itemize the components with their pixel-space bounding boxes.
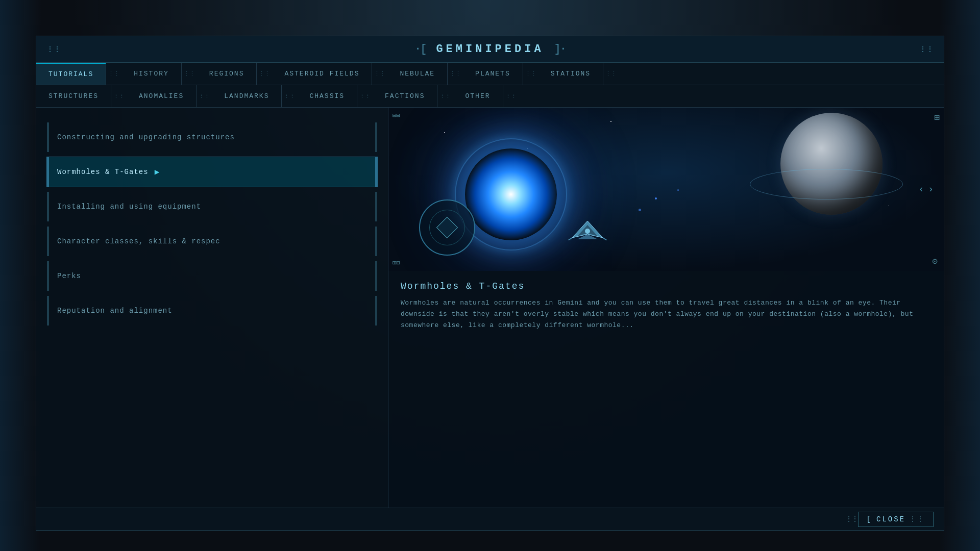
sep-2: ⋮⋮ (182, 70, 197, 77)
next-image-button[interactable]: › (928, 184, 934, 194)
title-dots-right: ⋮⋮ (919, 45, 934, 54)
detail-description: Wormholes are natural occurrences in Gem… (401, 297, 932, 331)
svg-point-3 (585, 229, 590, 234)
right-panel: ⊟⊟ ⊞ ‹ › ⊞⊞ ⊙ Wormholes & T-Gates Wormho… (388, 108, 944, 508)
active-arrow-icon: ▶ (155, 167, 160, 177)
radar-diamond (436, 217, 458, 238)
title-bracket-right: ]· (554, 43, 566, 56)
corner-top-right-icon: ⊞ (934, 112, 940, 123)
title-bar: ⋮⋮ ·[ GEMINIPEDIA ]· ⋮⋮ (36, 36, 944, 63)
title-dots-left: ⋮⋮ (46, 45, 61, 54)
particle-3 (639, 209, 641, 211)
main-window: ⋮⋮ ·[ GEMINIPEDIA ]· ⋮⋮ TUTORIALS ⋮⋮ HIS… (36, 36, 944, 531)
sep-5: ⋮⋮ (448, 70, 463, 77)
sep-7: ⋮⋮ (603, 70, 619, 77)
bg-side-right (939, 0, 980, 551)
tab-anomalies[interactable]: ANOMALIES (127, 85, 197, 107)
detail-title: Wormholes & T-Gates (401, 281, 932, 291)
sep-6: ⋮⋮ (523, 70, 538, 77)
tab-landmarks[interactable]: LANDMARKS (212, 85, 282, 107)
particle-1 (655, 197, 657, 199)
sep-r2-4: ⋮⋮ (357, 93, 373, 99)
tab-factions[interactable]: FACTIONS (373, 85, 437, 107)
list-item-equipment[interactable]: Installing and using equipment (46, 191, 378, 222)
bg-side-left (0, 0, 41, 551)
prev-image-button[interactable]: ‹ (918, 184, 924, 194)
list-item-constructing[interactable]: Constructing and upgrading structures (46, 122, 378, 153)
image-nav-arrows: ‹ › (918, 184, 934, 194)
space-scene (388, 108, 944, 271)
description-area: Wormholes & T-Gates Wormholes are natura… (388, 271, 944, 508)
app-title: GEMINIPEDIA (436, 43, 544, 56)
spaceship-object (567, 220, 608, 240)
orbital-ring (750, 169, 903, 199)
close-button[interactable]: [ CLOSE ⋮⋮ (858, 512, 934, 527)
left-panel: Constructing and upgrading structures Wo… (36, 108, 388, 508)
fullscreen-button[interactable]: ⊙ (932, 256, 938, 267)
sep-4: ⋮⋮ (372, 70, 387, 77)
nav-row-2: STRUCTURES ⋮⋮ ANOMALIES ⋮⋮ LANDMARKS ⋮⋮ … (36, 85, 944, 108)
tab-stations[interactable]: STATIONS (538, 63, 603, 85)
radar-circle (419, 199, 475, 256)
tab-tutorials[interactable]: TUTORIALS (36, 63, 106, 85)
bottom-dots-left: ⋮⋮ (846, 515, 858, 523)
tab-other[interactable]: OTHER (453, 85, 503, 107)
close-label: CLOSE (876, 515, 905, 523)
sep-3: ⋮⋮ (257, 70, 272, 77)
tab-history[interactable]: HISTORY (121, 63, 182, 85)
bottom-left-icon: ⊞⊞ (393, 259, 400, 267)
planet-object (780, 113, 883, 215)
tab-regions[interactable]: REGIONS (197, 63, 257, 85)
list-item-classes[interactable]: Character classes, skills & respec (46, 226, 378, 257)
svg-line-5 (603, 238, 607, 240)
sep-1: ⋮⋮ (106, 70, 121, 77)
content-area: Constructing and upgrading structures Wo… (36, 108, 944, 508)
particle-2 (677, 189, 679, 191)
list-item-perks[interactable]: Perks (46, 261, 378, 291)
sep-r2-6: ⋮⋮ (503, 93, 519, 99)
list-item-wormholes[interactable]: Wormholes & T-Gates ▶ (46, 157, 378, 187)
tab-structures[interactable]: STRUCTURES (36, 85, 111, 107)
sep-r2-1: ⋮⋮ (111, 93, 127, 99)
radar-inner (429, 210, 465, 245)
corner-top-left-icon: ⊟⊟ (393, 112, 400, 119)
wormhole-glow (465, 148, 557, 240)
close-bracket-left: [ (867, 515, 872, 523)
detail-image: ⊟⊟ ⊞ ‹ › ⊞⊞ ⊙ (388, 108, 944, 271)
tab-nebulae[interactable]: NEBULAE (387, 63, 448, 85)
sep-r2-3: ⋮⋮ (282, 93, 297, 99)
tab-planets[interactable]: PLANETS (463, 63, 523, 85)
title-bracket-left: ·[ (414, 43, 426, 56)
tab-asteroid-fields[interactable]: ASTEROID FIELDS (272, 63, 372, 85)
bottom-bar: ⋮⋮ [ CLOSE ⋮⋮ (36, 508, 944, 530)
list-item-reputation[interactable]: Reputation and alignment (46, 295, 378, 326)
tab-chassis[interactable]: CHASSIS (297, 85, 357, 107)
close-dots-icon: ⋮⋮ (910, 515, 925, 523)
svg-line-4 (568, 238, 572, 240)
sep-r2-5: ⋮⋮ (437, 93, 453, 99)
nav-row-1: TUTORIALS ⋮⋮ HISTORY ⋮⋮ REGIONS ⋮⋮ ASTER… (36, 63, 944, 85)
sep-r2-2: ⋮⋮ (197, 93, 212, 99)
